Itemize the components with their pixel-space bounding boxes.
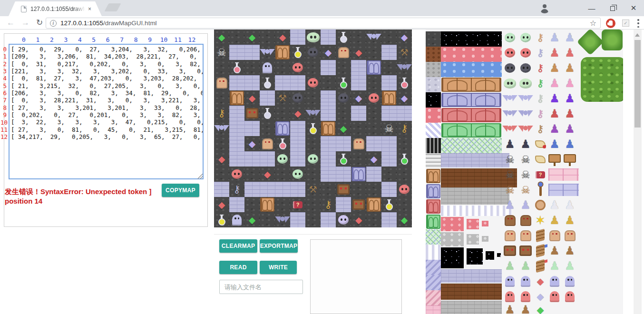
map-tile-tan-door[interactable] [381,90,397,106]
palette-sprite-star[interactable]: ✶ [535,214,546,226]
map-tile-red-gem[interactable]: ◆ [244,90,260,106]
palette-sprite-pawn[interactable]: ♟ [564,199,576,211]
palette-sprite-wingB[interactable] [535,245,546,257]
map-tile-red-ball-monster[interactable] [229,167,244,182]
map-tile-purple-gem[interactable]: ◆ [351,90,366,106]
palette-sprite-gem[interactable]: ◆ [535,275,546,287]
map-tile-lavender-brick-wall[interactable] [290,121,305,136]
palette-sprite-wingRd[interactable] [535,260,546,272]
palette-sprite-wingL[interactable] [426,275,441,290]
palette-sprite-blockG[interactable] [482,236,488,242]
map-tile-light-bat[interactable] [214,121,229,136]
map-tile-dark-cobble-floor[interactable] [214,90,229,106]
read-button[interactable]: READ [219,261,257,274]
palette-sprite-skull[interactable]: ☠ [519,184,532,196]
map-tile-lavender-door[interactable] [351,167,366,182]
map-tile-tan-door[interactable] [260,197,275,212]
map-tile-dark-cobble-floor[interactable] [336,106,351,121]
palette-sprite-bat[interactable] [504,123,516,135]
palette-sprite-key[interactable]: ⚷ [535,108,546,120]
palette-sprite-ghost[interactable] [548,275,561,287]
map-tile-red-gem[interactable]: ◆ [214,197,229,212]
map-tile-purple-gem[interactable]: ◆ [244,136,260,151]
map-tile-lavender-brick-wall[interactable] [260,182,275,197]
palette-sprite-lattice[interactable] [426,229,441,245]
palette-sprite-blockG[interactable] [467,234,479,245]
palette-sprite-stars[interactable] [441,247,464,268]
map-tile-lavender-brick-wall[interactable] [381,151,397,167]
palette-sprite-carvedP[interactable] [548,168,579,181]
map-tile-green-gem[interactable]: ◆ [214,29,229,45]
palette-sprite-pawn[interactable]: ♟ [564,47,576,59]
map-tile-lavender-brick-wall[interactable] [321,136,336,151]
palette-sprite-pawn[interactable]: ♟ [548,123,561,135]
map-tile-stone-face[interactable] [336,182,351,197]
map-tile-lavender-brick-wall[interactable] [244,151,260,167]
palette-sprite-pawn[interactable]: ♟ [548,77,561,89]
palette-sprite-stripes[interactable] [426,123,441,138]
profile-avatar-icon[interactable] [539,3,550,13]
map-tile-lavender-brick-wall[interactable] [260,90,275,106]
palette-sprite-golem[interactable] [564,229,576,242]
map-tile-red-ball-monster[interactable] [397,182,412,197]
map-tile-dark-cobble-floor[interactable] [321,182,336,197]
palette-sprite-book[interactable]: ? [535,168,546,181]
palette-sprite-pawn[interactable]: ♟ [548,199,561,211]
palette-sprite-skull[interactable]: ☠ [519,153,532,166]
palette-sprite-wingP[interactable] [426,290,441,305]
palette-sprite-key[interactable]: ⚷ [535,123,546,135]
map-tile-red-potion[interactable] [397,75,412,90]
palette-sprite-tree[interactable] [581,57,623,102]
map-tile-lavender-brick-wall[interactable] [214,182,229,197]
map-tile-wisp[interactable] [336,212,351,227]
map-tile-lavender-brick-wall[interactable] [244,182,260,197]
map-tile-silver-potion[interactable] [260,106,275,121]
palette-sprite-stars[interactable] [426,92,441,108]
palette-sprite-ghost[interactable] [548,290,561,303]
map-tile-yellow-potion[interactable] [214,212,229,227]
map-tile-lavender-brick-wall[interactable] [336,197,351,212]
palette-sprite-pawn[interactable]: ♟ [564,260,576,272]
palette-sprite-grid[interactable] [426,138,441,153]
map-tile-lavender-brick-wall[interactable] [229,75,244,90]
map-tile-green-gem[interactable]: ◆ [397,212,412,227]
map-tile-dark-cobble-floor[interactable] [305,60,321,75]
palette-sprite-pawn[interactable]: ♟ [548,47,561,59]
palette-sprite-pawn[interactable]: ♟ [564,62,576,74]
map-tile-dark-cobble-floor[interactable] [305,167,321,182]
palette-sprite-key[interactable]: ⚷ [535,62,546,74]
palette-scrollbar[interactable] [634,29,642,314]
map-tile-big-slime[interactable] [305,29,321,45]
palette-sprite-ghost[interactable] [504,275,516,287]
palette-sprite-doorL[interactable] [426,184,441,199]
palette-sprite-slime[interactable] [519,77,532,89]
map-tile-lavender-brick-wall[interactable] [290,182,305,197]
map-tile-lavender-brick-wall[interactable] [351,75,366,90]
map-tile-red-gem[interactable]: ◆ [351,45,366,60]
palette-sprite-medallion[interactable] [535,199,546,211]
map-tile-lavender-brick-wall[interactable] [229,136,244,151]
palette-sprite-waterB[interactable] [441,62,502,77]
palette-sprite-ball[interactable] [504,47,516,59]
map-tile-red-ball-monster[interactable] [305,75,321,90]
palette-sprite-black[interactable] [497,253,501,257]
tileset-palette[interactable]: ♟♟☠☠☠☠☠☠♟♟♟♟♟♟⚷⚷⚷⚷⚷⚷⚷?✶◆◆◆♟♟♟♟♟♟♟♟♟♟♟♟♟♟… [426,29,623,314]
map-tile-lavender-brick-wall[interactable] [336,167,351,182]
map-tile-light-bat[interactable] [260,45,275,60]
palette-sprite-golem[interactable] [548,229,561,242]
map-tile-pickaxe[interactable]: ⚒ [397,45,412,60]
address-bar[interactable]: i 127.0.0.1:1055/drawMapGUI.html ☆ [46,18,601,29]
map-tile-dark-ball-monster[interactable] [336,90,351,106]
map-tile-gold-key[interactable]: ⚷ [214,106,229,121]
palette-sprite-doorGn[interactable] [441,123,502,138]
map-tile-green-potion[interactable] [336,151,351,167]
page-info-icon[interactable]: i [50,20,57,27]
map-tile-dark-cobble-floor[interactable] [351,182,366,197]
palette-sprite-pawn[interactable]: ♟ [519,138,532,150]
palette-sprite-cobbleD[interactable] [426,31,441,47]
palette-sprite-pawn[interactable]: ♟ [548,62,561,74]
map-tile-dark-cobble-floor[interactable] [275,167,290,182]
map-tile-lavender-brick-wall[interactable] [366,136,381,151]
palette-sprite-ball[interactable] [504,31,516,44]
map-tile-lavender-brick-wall[interactable] [229,45,244,60]
